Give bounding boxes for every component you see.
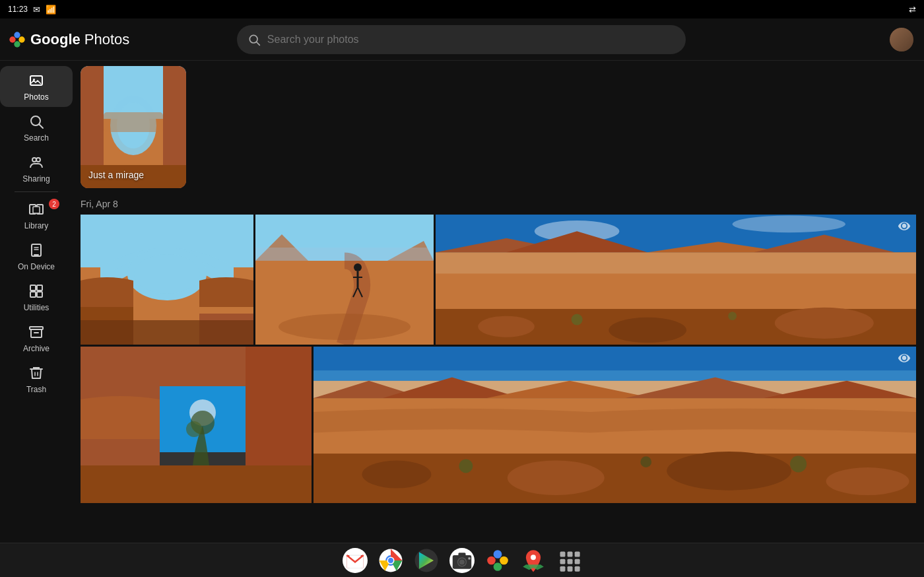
svg-point-11 [36,158,40,162]
taskbar-apps[interactable] [555,547,583,574]
taskbar-maps[interactable] [519,547,547,574]
sidebar-item-photos[interactable]: Photos [0,66,73,107]
sidebar-item-search[interactable]: Search [0,107,73,148]
taskbar-camera[interactable] [448,547,476,574]
logo-photos: Photos [84,31,130,48]
trash-label: Trash [26,385,46,394]
sidebar-item-sharing[interactable]: Sharing [0,148,73,189]
status-bar: 11:23 ✉ 📶 ⇄ [0,0,924,18]
svg-point-93 [640,456,651,467]
svg-rect-72 [160,347,246,386]
svg-point-1 [18,36,24,42]
message-icon: ✉ [33,5,40,15]
sidebar-item-utilities[interactable]: Utilities [0,277,73,318]
svg-rect-118 [575,551,580,557]
sharing-icon [27,153,46,172]
photo-pano-2-image [314,347,916,503]
svg-rect-35 [104,112,163,132]
svg-point-64 [478,316,535,337]
svg-rect-119 [560,559,566,564]
library-label: Library [24,221,49,230]
photo-arch-2-image [81,347,312,503]
svg-point-67 [572,314,583,325]
sidebar-item-trash[interactable]: Trash [0,358,73,399]
search-nav-icon [27,112,46,131]
sidebar-divider [15,191,58,192]
svg-point-94 [790,456,807,472]
photo-pano-2[interactable] [314,347,916,503]
svg-rect-116 [560,551,566,557]
search-label: Search [24,133,49,143]
svg-point-0 [14,32,20,38]
trash-icon [27,364,46,382]
photos-label: Photos [24,92,48,102]
library-badge: 2 [49,199,59,209]
svg-point-3 [14,41,20,47]
svg-point-113 [487,556,496,564]
panorama-icon-1 [898,220,911,236]
svg-point-111 [494,550,502,559]
top-bar: Google Photos [0,18,924,61]
photo-row-1 [81,215,916,345]
svg-line-9 [40,125,44,129]
svg-rect-62 [436,252,916,273]
svg-rect-14 [33,207,40,213]
svg-point-56 [733,216,845,233]
sidebar-item-on-device[interactable]: On Device [0,236,73,277]
sharing-label: Sharing [22,174,50,184]
sidebar-item-archive[interactable]: Archive [0,318,73,358]
svg-rect-20 [37,285,42,290]
taskbar-gmail[interactable] [341,547,369,574]
svg-point-115 [531,555,536,560]
taskbar-play[interactable] [412,547,440,574]
svg-line-5 [257,42,260,45]
on-device-icon [27,241,46,259]
main-content: Just a mirage Fri, Apr 8 [73,61,924,543]
taskbar-chrome[interactable] [377,547,405,574]
search-bar[interactable] [237,25,686,54]
sidebar-item-library[interactable]: 2 Library [0,195,73,236]
svg-rect-109 [458,553,465,557]
svg-point-42 [134,254,200,294]
sidebar: Photos Search Sharing [0,61,73,543]
date-header: Fri, Apr 8 [81,199,916,209]
svg-rect-40 [81,320,253,345]
svg-point-77 [186,421,202,437]
photo-pano-1[interactable] [436,215,916,345]
photo-hike-image [255,215,434,345]
svg-point-53 [279,314,411,340]
photo-arch-1[interactable] [81,215,253,345]
svg-rect-22 [37,292,42,297]
svg-rect-19 [30,285,36,290]
search-input[interactable] [267,34,675,46]
svg-point-88 [362,461,431,489]
avatar[interactable] [890,28,913,51]
signal-icon: 📶 [46,5,56,15]
svg-point-89 [508,461,605,495]
svg-point-114 [494,562,502,571]
svg-rect-23 [30,327,43,329]
photo-arch-2[interactable] [81,347,312,503]
album-thumbnail[interactable]: Just a mirage [81,66,186,188]
photos-icon [27,71,46,90]
taskbar-photos[interactable] [484,547,512,574]
search-icon [248,33,261,46]
logo: Google Photos [8,30,129,49]
utilities-label: Utilities [24,303,50,312]
archive-label: Archive [23,344,50,353]
svg-rect-75 [81,465,312,503]
taskbar [0,543,924,577]
photos-logo-icon [8,30,26,49]
avatar-image [890,28,913,51]
svg-point-92 [459,459,473,473]
panorama-icon-2 [898,352,911,368]
svg-point-90 [667,452,791,491]
svg-point-66 [775,308,874,339]
svg-rect-117 [568,551,573,557]
photo-row-2 [81,347,916,503]
svg-point-108 [459,559,465,564]
photo-hike[interactable] [255,215,434,345]
svg-rect-122 [560,566,566,571]
logo-google: Google [30,31,81,48]
library-icon [27,200,46,219]
